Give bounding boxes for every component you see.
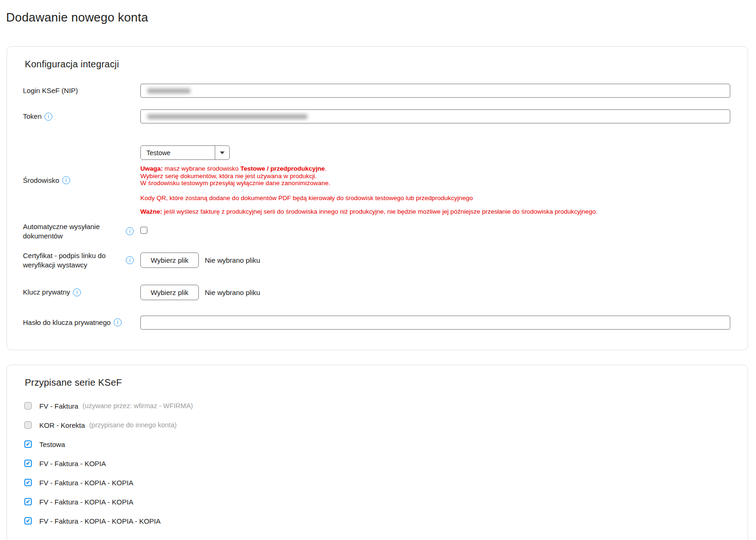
series-checkbox[interactable] — [24, 498, 32, 505]
private-key-no-file-text: Nie wybrano pliku — [205, 288, 260, 296]
info-icon[interactable] — [62, 176, 70, 184]
series-list-item: FV - Faktura - KOPIA — [24, 460, 730, 468]
info-icon[interactable] — [126, 227, 134, 235]
redacted-value — [147, 88, 190, 94]
warning-qr-note: Kody QR, które zostaną dodane do dokumen… — [140, 194, 730, 202]
series-label: FV - Faktura - KOPIA - KOPIA — [39, 498, 133, 506]
certificate-label: Certyfikat - podpis linku do weryfikacji… — [23, 251, 126, 270]
integration-card-title: Konfiguracja integracji — [25, 47, 730, 70]
series-list-item: FV - Faktura - KOPIA - KOPIA — [24, 498, 730, 506]
chevron-down-icon — [215, 146, 229, 159]
series-checkbox — [24, 402, 32, 410]
series-list-item: FV - Faktura - KOPIA - KOPIA — [24, 479, 730, 487]
auto-send-checkbox[interactable] — [140, 227, 147, 234]
form-row-auto-send: Automatyczne wysyłanie dokumentów — [23, 222, 730, 241]
series-label: Testowa — [39, 440, 65, 448]
series-card: Przypisane serie KSeF FV - Faktura (używ… — [7, 365, 748, 540]
page: Dodawanie nowego konta Konfiguracja inte… — [0, 0, 756, 540]
series-list-item: Testowa — [24, 440, 730, 448]
token-label: Token — [23, 112, 126, 121]
password-label: Hasło do klucza prywatnego — [23, 318, 126, 327]
series-label: FV - Faktura — [39, 402, 78, 410]
warning-important: Ważne: jeśli wyślesz fakturę z produkcyj… — [140, 208, 730, 216]
series-list-item: FV - Faktura - KOPIA - KOPIA - KOPIA — [24, 517, 730, 525]
environment-select[interactable]: Testowe — [140, 145, 230, 160]
warning-line-3: W środowisku testowym przesyłaj wyłączni… — [140, 180, 730, 187]
private-key-choose-file-button[interactable]: Wybierz plik — [140, 285, 199, 300]
info-icon[interactable] — [126, 256, 134, 264]
environment-select-value: Testowe — [141, 146, 215, 159]
token-input[interactable] — [140, 109, 730, 123]
form-row-token: Token — [23, 109, 730, 123]
redacted-value — [147, 114, 307, 119]
series-checkbox[interactable] — [24, 517, 32, 525]
series-note: (przypisane do innego konta) — [89, 421, 177, 429]
info-icon[interactable] — [73, 288, 81, 296]
password-input[interactable] — [140, 316, 730, 330]
auto-send-label: Automatyczne wysyłanie dokumentów — [23, 222, 126, 241]
environment-label: Środowisko — [23, 176, 126, 185]
series-list-item: KOR - Korekta (przypisane do innego kont… — [24, 421, 730, 429]
series-label: KOR - Korekta — [39, 421, 85, 429]
series-list-item: FV - Faktura (używane przez: wfirmaz - W… — [24, 402, 730, 410]
series-label: FV - Faktura - KOPIA - KOPIA - KOPIA — [39, 517, 160, 525]
form-row-private-key: Klucz prywatny Wybierz plik Nie wybrano … — [23, 285, 730, 300]
series-card-title: Przypisane serie KSeF — [25, 365, 730, 388]
form-row-environment: Środowisko Testowe Uwaga: masz wybrane ś… — [23, 145, 730, 216]
login-label: Login KSeF (NIP) — [23, 86, 126, 95]
certificate-no-file-text: Nie wybrano pliku — [205, 256, 260, 264]
series-list: FV - Faktura (używane przez: wfirmaz - W… — [23, 402, 730, 525]
login-input[interactable] — [140, 84, 730, 98]
integration-card: Konfiguracja integracji Login KSeF (NIP)… — [7, 46, 748, 350]
info-icon[interactable] — [114, 318, 122, 326]
form-row-password: Hasło do klucza prywatnego — [23, 316, 730, 330]
series-checkbox[interactable] — [24, 460, 32, 467]
form-row-login: Login KSeF (NIP) — [23, 84, 730, 98]
series-checkbox — [24, 421, 32, 429]
environment-warning: Uwaga: masz wybrane środowisko Testowe /… — [140, 165, 730, 216]
warning-line-2: Wybierz serię dokumentów, która nie jest… — [140, 173, 730, 180]
series-label: FV - Faktura - KOPIA — [39, 460, 106, 468]
info-icon[interactable] — [44, 113, 52, 121]
series-checkbox[interactable] — [24, 479, 32, 486]
warning-line-1: Uwaga: masz wybrane środowisko Testowe /… — [140, 165, 730, 173]
page-title: Dodawanie nowego konta — [0, 0, 756, 25]
series-checkbox[interactable] — [24, 440, 32, 448]
series-label: FV - Faktura - KOPIA - KOPIA — [39, 479, 133, 487]
series-note: (używane przez: wfirmaz - WFIRMA) — [82, 402, 193, 410]
certificate-choose-file-button[interactable]: Wybierz plik — [140, 252, 199, 268]
private-key-label: Klucz prywatny — [23, 288, 126, 297]
form-row-certificate: Certyfikat - podpis linku do weryfikacji… — [23, 251, 730, 270]
